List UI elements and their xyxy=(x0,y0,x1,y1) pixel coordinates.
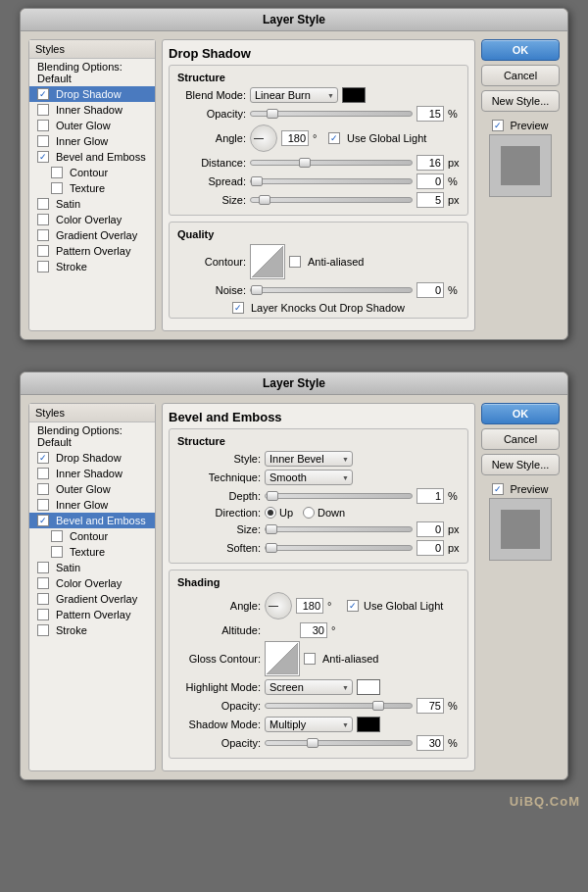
sidebar1-cb-1[interactable] xyxy=(37,88,49,100)
sidebar1-cb-2[interactable] xyxy=(37,104,49,116)
preview2-cb[interactable] xyxy=(492,483,504,495)
distance-slider[interactable] xyxy=(250,160,413,166)
sidebar2-cb-7[interactable] xyxy=(51,546,63,558)
sidebar1-cb-12[interactable] xyxy=(37,261,49,273)
altitude-input[interactable] xyxy=(300,622,327,638)
sidebar1-cb-9[interactable] xyxy=(37,214,49,225)
sidebar2-item-5[interactable]: Bevel and Emboss xyxy=(29,513,155,528)
spread-thumb[interactable] xyxy=(251,176,263,186)
depth-input[interactable] xyxy=(416,488,444,504)
sidebar2-item-12[interactable]: Stroke xyxy=(29,622,155,638)
dialog1-new-style-button[interactable]: New Style... xyxy=(481,90,560,112)
bevel-size-slider[interactable] xyxy=(265,526,413,532)
bevel-size-thumb[interactable] xyxy=(266,524,277,534)
soften-thumb[interactable] xyxy=(266,543,277,553)
sidebar2-item-10[interactable]: Gradient Overlay xyxy=(29,591,155,607)
spread-input[interactable] xyxy=(416,173,444,189)
sidebar2-item-3[interactable]: Outer Glow xyxy=(29,481,155,497)
opacity-input[interactable] xyxy=(416,106,444,122)
sidebar1-item-7[interactable]: Texture xyxy=(29,180,155,196)
sidebar2-cb-8[interactable] xyxy=(37,562,49,573)
sidebar2-item-0[interactable]: Blending Options: Default xyxy=(29,422,155,450)
sidebar1-item-6[interactable]: Contour xyxy=(29,165,155,180)
shadow-opacity-input[interactable] xyxy=(416,735,444,751)
dialog1-ok-button[interactable]: OK xyxy=(481,39,560,61)
distance-input[interactable] xyxy=(416,155,444,171)
shadow-opacity-thumb[interactable] xyxy=(307,738,318,748)
shadow-mode-select[interactable]: Multiply xyxy=(265,717,353,732)
sidebar1-cb-10[interactable] xyxy=(37,229,49,241)
sidebar1-item-10[interactable]: Gradient Overlay xyxy=(29,227,155,243)
anti-aliased-cb[interactable] xyxy=(289,256,301,268)
sidebar1-item-0[interactable]: Blending Options: Default xyxy=(29,59,155,86)
gloss-contour-preview[interactable] xyxy=(265,641,300,676)
sidebar1-item-9[interactable]: Color Overlay xyxy=(29,212,155,227)
dialog1-cancel-button[interactable]: Cancel xyxy=(481,65,560,86)
direction-up-radio[interactable] xyxy=(265,507,276,519)
highlight-opacity-input[interactable] xyxy=(416,698,444,714)
sidebar1-cb-4[interactable] xyxy=(37,135,49,147)
preview-cb[interactable] xyxy=(492,120,504,131)
shading-angle-dial[interactable] xyxy=(265,592,292,619)
shading-angle-input[interactable] xyxy=(296,598,323,614)
gloss-anti-aliased-cb[interactable] xyxy=(304,653,316,665)
soften-input[interactable] xyxy=(416,540,444,556)
sidebar2-item-1[interactable]: Drop Shadow xyxy=(29,450,155,466)
technique-select[interactable]: Smooth xyxy=(265,470,353,485)
sidebar2-cb-12[interactable] xyxy=(37,624,49,636)
angle-input[interactable] xyxy=(281,130,309,146)
dialog2-ok-button[interactable]: OK xyxy=(481,403,560,424)
highlight-opacity-slider[interactable] xyxy=(265,703,413,709)
sidebar2-cb-4[interactable] xyxy=(37,499,49,511)
sidebar2-item-9[interactable]: Color Overlay xyxy=(29,575,155,591)
sidebar1-item-1[interactable]: Drop Shadow xyxy=(29,86,155,102)
sidebar1-cb-5[interactable] xyxy=(37,151,49,163)
sidebar2-item-2[interactable]: Inner Shadow xyxy=(29,466,155,481)
distance-thumb[interactable] xyxy=(299,158,311,168)
sidebar1-cb-8[interactable] xyxy=(37,198,49,210)
sidebar1-item-12[interactable]: Stroke xyxy=(29,259,155,274)
shadow-opacity-slider[interactable] xyxy=(265,740,413,746)
angle-dial[interactable] xyxy=(250,124,277,152)
sidebar2-item-8[interactable]: Satin xyxy=(29,560,155,575)
shadow-color[interactable] xyxy=(357,717,380,732)
sidebar2-cb-5[interactable] xyxy=(37,515,49,526)
soften-slider[interactable] xyxy=(265,545,413,551)
sidebar2-cb-1[interactable] xyxy=(37,452,49,464)
direction-down-item[interactable]: Down xyxy=(303,507,345,519)
sidebar2-item-7[interactable]: Texture xyxy=(29,544,155,560)
sidebar1-item-11[interactable]: Pattern Overlay xyxy=(29,243,155,259)
contour-preview[interactable] xyxy=(250,244,285,279)
shading-global-light-cb[interactable] xyxy=(347,600,359,612)
sidebar2-item-6[interactable]: Contour xyxy=(29,528,155,544)
size-slider[interactable] xyxy=(250,197,413,203)
dialog2-cancel-button[interactable]: Cancel xyxy=(481,428,560,450)
direction-down-radio[interactable] xyxy=(303,507,315,519)
sidebar2-cb-2[interactable] xyxy=(37,468,49,479)
sidebar1-cb-11[interactable] xyxy=(37,245,49,257)
sidebar2-item-4[interactable]: Inner Glow xyxy=(29,497,155,513)
bevel-size-input[interactable] xyxy=(416,521,444,537)
opacity-thumb[interactable] xyxy=(267,109,278,119)
sidebar1-item-5[interactable]: Bevel and Emboss xyxy=(29,149,155,165)
use-global-light-cb[interactable] xyxy=(328,132,340,144)
direction-up-item[interactable]: Up xyxy=(265,507,293,519)
size-input[interactable] xyxy=(416,192,444,208)
sidebar2-item-11[interactable]: Pattern Overlay xyxy=(29,607,155,622)
size-thumb[interactable] xyxy=(259,195,270,205)
depth-thumb[interactable] xyxy=(267,491,278,501)
noise-input[interactable] xyxy=(416,282,444,298)
blend-mode-color[interactable] xyxy=(342,87,366,103)
bevel-style-select[interactable]: Inner Bevel xyxy=(265,451,353,467)
noise-slider[interactable] xyxy=(250,287,413,293)
sidebar1-item-8[interactable]: Satin xyxy=(29,196,155,212)
sidebar2-cb-11[interactable] xyxy=(37,609,49,620)
sidebar1-item-3[interactable]: Outer Glow xyxy=(29,118,155,133)
highlight-mode-select[interactable]: Screen xyxy=(265,679,353,695)
sidebar2-cb-10[interactable] xyxy=(37,593,49,605)
layer-knocks-cb[interactable] xyxy=(232,302,244,314)
spread-slider[interactable] xyxy=(250,178,413,184)
sidebar1-cb-3[interactable] xyxy=(37,120,49,131)
sidebar1-cb-7[interactable] xyxy=(51,182,63,194)
depth-slider[interactable] xyxy=(265,493,413,499)
